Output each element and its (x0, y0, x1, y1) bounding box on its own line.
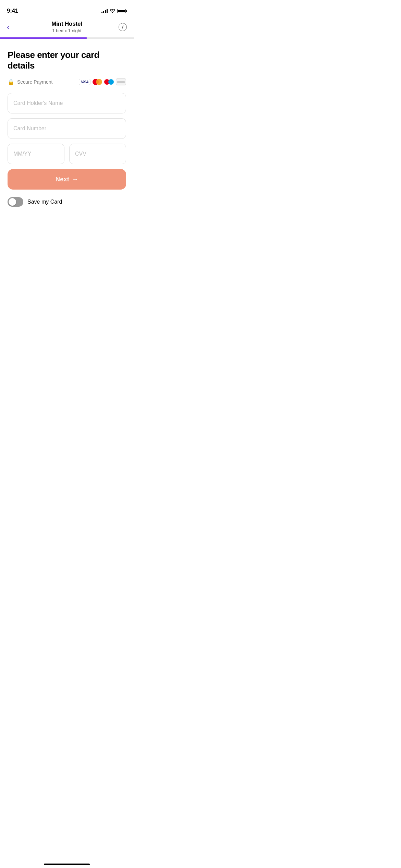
battery-icon (117, 9, 127, 13)
page-title: Please enter your card details (8, 50, 126, 71)
visa-logo: VISA (79, 79, 90, 85)
lock-icon: 🔒 (8, 79, 14, 85)
secure-payment-label: 🔒 Secure Payment (8, 79, 53, 85)
wifi-icon (110, 9, 115, 13)
next-button-label: Next (56, 176, 69, 183)
main-content: Please enter your card details 🔒 Secure … (0, 39, 134, 217)
back-button[interactable]: ‹ (7, 22, 17, 32)
card-number-input[interactable] (8, 118, 126, 139)
signal-icon (101, 9, 108, 13)
status-time: 9:41 (7, 8, 18, 14)
maestro-logo (104, 79, 114, 85)
nav-header: ‹ Mint Hostel 1 bed x 1 night i (0, 17, 134, 37)
expiry-input[interactable] (8, 144, 64, 164)
save-card-label: Save my Card (27, 199, 62, 205)
mastercard-logo (93, 79, 102, 85)
card-number-group (8, 118, 126, 139)
save-card-toggle[interactable] (8, 197, 23, 207)
next-arrow-icon: → (72, 176, 78, 183)
status-icons (101, 9, 127, 13)
cvv-input[interactable] (69, 144, 126, 164)
cardholder-name-input[interactable] (8, 93, 126, 113)
cardholder-name-group (8, 93, 126, 113)
secure-payment-row: 🔒 Secure Payment VISA (8, 79, 126, 85)
nav-title-group: Mint Hostel 1 bed x 1 night (17, 21, 117, 33)
nav-title: Mint Hostel (17, 21, 117, 27)
nav-subtitle: 1 bed x 1 night (17, 28, 117, 33)
next-button[interactable]: Next → (8, 169, 126, 190)
expiry-cvv-row (8, 144, 126, 164)
toggle-knob (9, 198, 16, 206)
status-bar: 9:41 (0, 0, 134, 17)
card-logos: VISA (79, 79, 126, 85)
nav-info-button[interactable]: i (117, 23, 127, 31)
save-card-row: Save my Card (8, 197, 126, 207)
generic-card-logo (116, 79, 126, 85)
info-icon: i (119, 23, 127, 31)
